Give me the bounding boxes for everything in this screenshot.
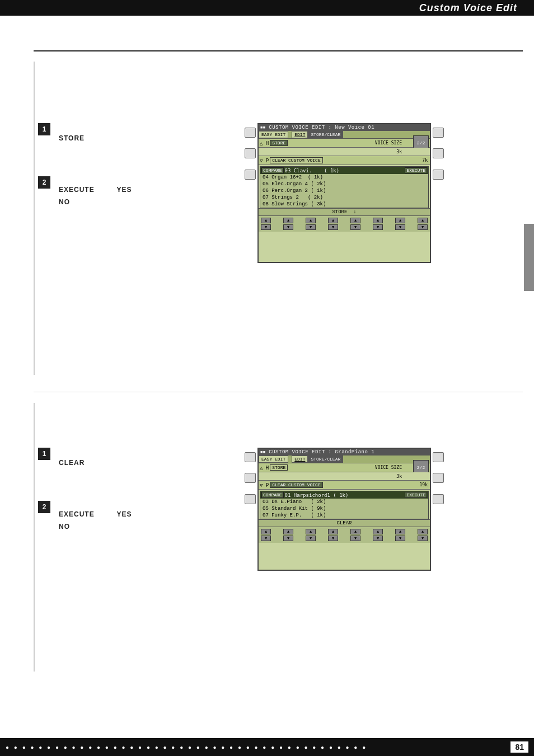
screen2-tab-edit[interactable]: EDIT <box>292 456 308 463</box>
screen1-voice-size-value: 3k <box>396 149 402 154</box>
screen1-btn-top-left[interactable] <box>245 128 256 138</box>
screen2-execute-btn[interactable]: EXECUTE <box>405 492 427 498</box>
screen2-compare-btn[interactable]: COMPARE <box>261 492 284 498</box>
screen1-compare-btn[interactable]: COMPARE <box>261 167 284 173</box>
screen1: ■■ CUSTOM VOICE EDIT : New Voice 01 EASY… <box>257 123 431 263</box>
screen1-btn-top-right[interactable] <box>433 128 444 138</box>
screen2-arrow-1-up[interactable]: ▲ <box>261 529 271 534</box>
screen2-tab-store-clear[interactable]: STORE/CLEAR <box>308 456 343 463</box>
screen2-arrow-3: ▲ ▼ <box>306 528 316 542</box>
screen2-arrows: ▲ ▼ ▲ ▼ ▲ ▼ ▲ ▼ ▲ ▼ ▲ ▼ ▲ ▼ ▲ ▼ <box>259 527 430 543</box>
screen2-arrow-2: ▲ ▼ <box>283 528 293 542</box>
screen1-arrow-7-down[interactable]: ▼ <box>395 224 405 230</box>
screen2-arrow-5-down[interactable]: ▼ <box>350 536 360 541</box>
title-rule <box>34 50 523 51</box>
screen2-tab-easy-edit[interactable]: EASY EDIT <box>259 456 288 463</box>
screen2-btn-top-right[interactable] <box>433 452 444 462</box>
top-bar: Custom Voice Edit <box>0 0 534 16</box>
screen1-arrow-2-up[interactable]: ▲ <box>283 218 293 223</box>
screen2-arrow-3-down[interactable]: ▼ <box>306 536 316 541</box>
screen2-arrow-4: ▲ ▼ <box>328 528 338 542</box>
clear-step2-no: NO <box>59 522 70 532</box>
screen1-arrow-5: ▲ ▼ <box>350 217 360 231</box>
screen1-arrow-6-down[interactable]: ▼ <box>373 224 383 230</box>
screen2-arrow-6-up[interactable]: ▲ <box>373 529 383 534</box>
screen2-btn-top-left[interactable] <box>245 452 256 462</box>
screen1-arrow-2-down[interactable]: ▼ <box>283 224 293 230</box>
screen2-voice-size-label: VOICE SIZE <box>375 465 402 470</box>
screen2-btn-bot-right[interactable] <box>433 494 444 504</box>
screen1-list-item-2: 05 Elec.Organ 4 ( 2k) <box>260 181 428 187</box>
page-title: Custom Voice Edit <box>419 2 517 14</box>
clear-step2-execute: EXECUTE YES <box>59 509 132 519</box>
screen1-list-item-3: 06 Perc.Organ 2 ( 1k) <box>260 187 428 194</box>
screen1-tab-store-clear[interactable]: STORE/CLEAR <box>308 131 343 138</box>
screen2-bottom-bar: CLEAR <box>259 519 430 527</box>
screen2-arrow-2-up[interactable]: ▲ <box>283 529 293 534</box>
screen2-list-item-3: 07 Funky E.P. ( 1k) <box>260 512 428 519</box>
screen1-clear-btn[interactable]: CLEAR CUSTOM VOICE <box>270 157 322 163</box>
bottom-dots: ● ● ● ● ● ● ● ● ● ● ● ● ● ● ● ● ● ● ● ● … <box>6 744 367 750</box>
screen2-arrow-7-down[interactable]: ▼ <box>395 536 405 541</box>
screen1-btn-bot-left[interactable] <box>245 170 256 180</box>
screen1-arrow-1-up[interactable]: ▲ <box>261 218 271 223</box>
screen2-arrow-4-up[interactable]: ▲ <box>328 529 338 534</box>
screen1-btn-bot-right[interactable] <box>433 170 444 180</box>
screen1-store-btn[interactable]: STORE <box>270 140 288 146</box>
screen2-arrow-5-up[interactable]: ▲ <box>350 529 360 534</box>
screen1-arrow-6-up[interactable]: ▲ <box>373 218 383 223</box>
screen1-arrow-7-up[interactable]: ▲ <box>395 218 405 223</box>
screen2-arrow-6-down[interactable]: ▼ <box>373 536 383 541</box>
screen1-arrow-8-down[interactable]: ▼ <box>418 224 428 230</box>
screen2-arrow-2-down[interactable]: ▼ <box>283 536 293 541</box>
page-number: 81 <box>510 741 528 753</box>
screen1-arrow-5-down[interactable]: ▼ <box>350 224 360 230</box>
screen2-store-btn[interactable]: STORE <box>270 464 288 471</box>
screen1-arrow-5-up[interactable]: ▲ <box>350 218 360 223</box>
screen2-btn-mid-left[interactable] <box>245 473 256 483</box>
screen2-btn-mid-right[interactable] <box>433 473 444 483</box>
clear-step1-text: CLEAR <box>59 458 85 468</box>
screen1-tab-edit[interactable]: EDIT <box>292 131 308 138</box>
clear-step1-badge: 1 <box>38 448 50 460</box>
screen2-btn-bot-left[interactable] <box>245 494 256 504</box>
screen1-arrow-2: ▲ ▼ <box>283 217 293 231</box>
screen2-voice-size-value: 3k <box>396 474 402 479</box>
screen2: ■■ CUSTOM VOICE EDIT : GrandPiano 1 EASY… <box>257 448 431 571</box>
screen2-clear-custom-btn[interactable]: CLEAR CUSTOM VOICE <box>270 482 322 488</box>
screen1-arrow-4: ▲ ▼ <box>328 217 338 231</box>
screen1-list-item-1: 04 Organ 16+2 ( 1k) <box>260 174 428 181</box>
screen2-arrow-4-down[interactable]: ▼ <box>328 536 338 541</box>
screen2-arrow-6: ▲ ▼ <box>373 528 383 542</box>
screen1-arrow-1-down[interactable]: ▼ <box>261 224 271 230</box>
screen1-list-item-4: 07 Strings 2 ( 2k) <box>260 194 428 201</box>
screen1-arrow-3-down[interactable]: ▼ <box>306 224 316 230</box>
screen1-arrow-8: ▲ ▼ <box>418 217 428 231</box>
screen1-btn-mid-right[interactable] <box>433 148 444 158</box>
screen1-arrows: ▲ ▼ ▲ ▼ ▲ ▼ ▲ ▼ ▲ ▼ ▲ ▼ ▲ ▼ ▲ ▼ <box>259 215 430 232</box>
store-step1-badge: 1 <box>38 123 50 135</box>
screen2-arrow-7-up[interactable]: ▲ <box>395 529 405 534</box>
screen2-arrow-3-up[interactable]: ▲ <box>306 529 316 534</box>
left-rule-1 <box>34 62 35 375</box>
screen1-arrow-3-up[interactable]: ▲ <box>306 218 316 223</box>
screen1-btn-mid-left[interactable] <box>245 148 256 158</box>
section-divider <box>34 392 523 392</box>
screen2-arrow-1-down[interactable]: ▼ <box>261 536 271 541</box>
screen2-arrow-5: ▲ ▼ <box>350 528 360 542</box>
screen1-arrow-4-down[interactable]: ▼ <box>328 224 338 230</box>
screen1-tabs: EASY EDIT EDIT STORE/CLEAR <box>259 131 430 139</box>
screen1-header: ■■ CUSTOM VOICE EDIT : New Voice 01 <box>259 124 430 131</box>
screen1-arrow-8-up[interactable]: ▲ <box>418 218 428 223</box>
right-tab <box>524 224 534 291</box>
screen2-arrow-8-up[interactable]: ▲ <box>418 529 428 534</box>
store-step2-no: NO <box>59 197 70 207</box>
screen2-list-item-2: 05 Standard Kit ( 9k) <box>260 505 428 512</box>
screen1-free-area-value: 7k <box>422 158 428 163</box>
screen2-arrow-1: ▲ ▼ <box>261 528 271 542</box>
screen1-arrow-4-up[interactable]: ▲ <box>328 218 338 223</box>
screen2-arrow-8-down[interactable]: ▼ <box>418 536 428 541</box>
store-step2-badge: 2 <box>38 176 50 189</box>
screen1-tab-easy-edit[interactable]: EASY EDIT <box>259 131 288 138</box>
screen1-execute-btn[interactable]: EXECUTE <box>405 167 427 173</box>
